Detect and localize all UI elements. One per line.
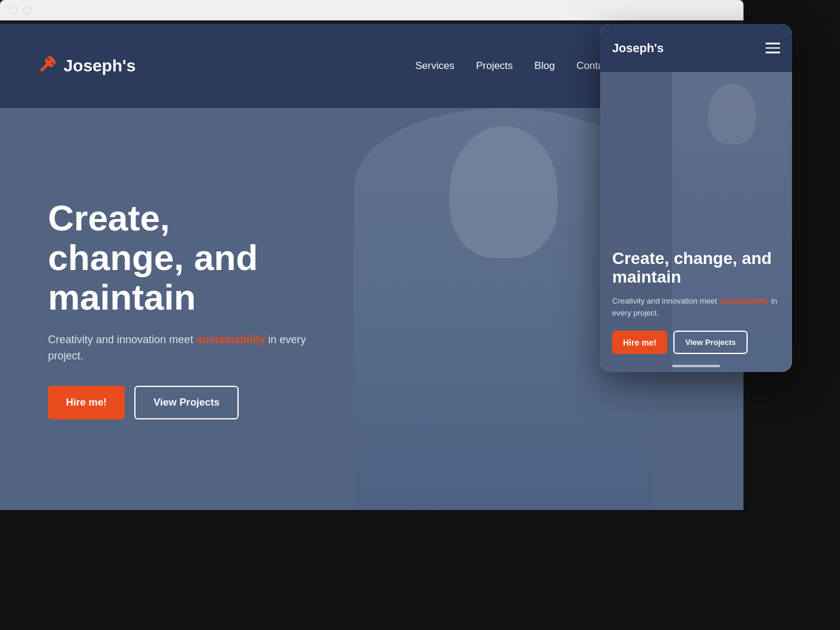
browser-chrome [0,0,743,20]
hero-title: Create, change, and maintain [48,199,312,317]
mobile-hero-content: Create, change, and maintain Creativity … [600,250,792,354]
logo[interactable]: Joseph's [36,53,136,79]
logo-text: Joseph's [64,56,136,76]
nav-projects[interactable]: Projects [476,60,513,72]
hamburger-menu[interactable] [766,43,780,53]
nav-services[interactable]: Services [416,60,454,72]
mobile-subtitle-highlight: sustainability [719,296,769,305]
mobile-preview: Joseph's Create, change, and maintain Cr… [600,24,792,372]
hamburger-line-2 [766,47,780,49]
mobile-home-indicator [672,365,720,367]
hero-subtitle-plain: Creativity and innovation meet [48,334,193,346]
wrench-icon [36,53,58,79]
hero-subtitle-highlight: sustainability [196,334,265,346]
hero-projects-button[interactable]: View Projects [134,386,239,419]
mobile-navbar: Joseph's [600,24,792,72]
mobile-hero-buttons: Hire me! View Projects [612,331,780,354]
mobile-projects-button[interactable]: View Projects [673,331,748,354]
hero-subtitle: Creativity and innovation meet sustainab… [48,332,312,364]
hero-hire-button[interactable]: Hire me! [48,386,125,419]
browser-dot-1 [10,6,18,14]
mobile-hero-subtitle: Creativity and innovation meet sustainab… [612,295,780,319]
mobile-subtitle-plain: Creativity and innovation meet [612,296,719,305]
hero-content: Create, change, and maintain Creativity … [0,199,360,419]
mobile-logo-text: Joseph's [612,41,664,55]
hamburger-line-3 [766,52,780,53]
mobile-hero: Create, change, and maintain Creativity … [600,72,792,372]
mobile-hire-button[interactable]: Hire me! [612,331,667,354]
nav-blog[interactable]: Blog [534,60,555,72]
black-bottom-bg [0,510,840,630]
hero-buttons: Hire me! View Projects [48,386,312,419]
browser-dot-2 [23,6,31,14]
hamburger-line-1 [766,43,780,44]
mobile-hero-title: Create, change, and maintain [612,250,780,287]
